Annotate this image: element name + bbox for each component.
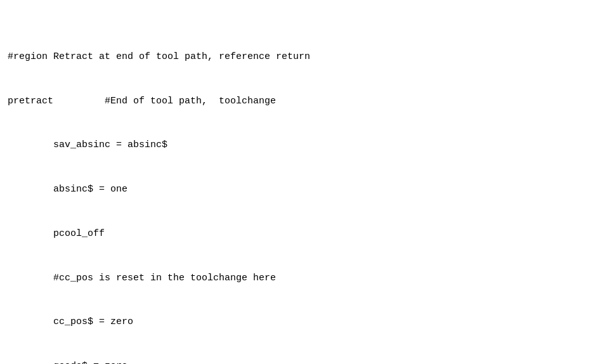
code-line-6: #cc_pos is reset in the toolchange here: [8, 271, 592, 285]
code-line-2: pretract #End of tool path, toolchange: [8, 94, 592, 108]
code-line-8: gcode$ = zero: [8, 359, 592, 364]
code-editor: #region Retract at end of tool path, ref…: [0, 0, 600, 364]
code-line-7: cc_pos$ = zero: [8, 315, 592, 329]
code-line-5: pcool_off: [8, 226, 592, 241]
code-line-4: absinc$ = one: [8, 182, 592, 197]
code-line-3: sav_absinc = absinc$: [8, 138, 592, 152]
code-line-1: #region Retract at end of tool path, ref…: [8, 49, 592, 64]
